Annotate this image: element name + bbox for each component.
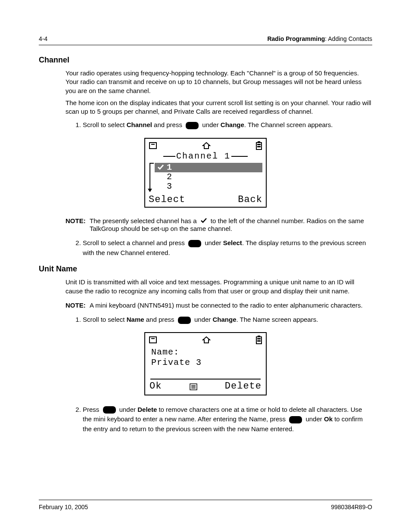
svg-rect-7 [149, 337, 156, 343]
header-section-rest: : Adding Contacts [325, 35, 372, 42]
channel-screen-title: Channel 1 [176, 152, 230, 161]
check-icon [157, 164, 164, 173]
svg-rect-6 [257, 146, 261, 147]
softkey-left: Select [149, 195, 185, 205]
channel-step2: Scroll to select a channel and press und… [83, 238, 372, 258]
channel-note: NOTE: The presently selected channel has… [65, 217, 372, 233]
note-label: NOTE: [65, 302, 90, 309]
header-section: Radio Programming: Adding Contacts [267, 35, 372, 42]
unitname-step1: Scroll to select Name and press under Ch… [83, 315, 372, 325]
page-header: 4-4 Radio Programming: Adding Contacts [39, 35, 372, 45]
svg-marker-2 [203, 143, 210, 149]
softkey-icon [289, 416, 302, 423]
softkey-icon [188, 240, 201, 247]
home-icon [202, 336, 211, 344]
list-item: 1 [155, 163, 262, 172]
softkey-left: Ok [149, 381, 162, 392]
name-screen-value: Private 3 [151, 358, 260, 367]
heading-unitname: Unit Name [39, 264, 372, 274]
list-item: 3 [155, 182, 262, 191]
menu-icon [190, 383, 197, 390]
softkey-icon [178, 317, 191, 324]
channel-para2: The home icon on the display indicates t… [65, 99, 372, 116]
page-footer: February 10, 2005 9980384R89-O [39, 500, 372, 510]
softkey-right: Back [238, 195, 262, 205]
channel-step1: Scroll to select Channel and press under… [83, 120, 372, 130]
svg-rect-12 [257, 338, 261, 339]
unitname-note: NOTE: A mini keyboard (NNTN5491) must be… [65, 302, 372, 309]
antenna-icon [149, 336, 157, 344]
channel-screen: Channel 1 1 2 3 Select Back [144, 138, 267, 208]
check-icon [200, 218, 207, 225]
unitname-step2: Press under Delete to remove characters … [83, 405, 372, 434]
footer-date: February 10, 2005 [39, 504, 88, 510]
list-item: 2 [155, 172, 262, 182]
divider [150, 379, 261, 380]
header-section-bold: Radio Programming [267, 35, 325, 42]
scroll-indicator-icon [149, 163, 154, 191]
softkey-icon [186, 122, 199, 129]
battery-icon [255, 336, 262, 344]
page-number: 4-4 [39, 35, 47, 42]
unitname-para1: Unit ID is transmitted with all voice an… [65, 278, 372, 296]
heading-channel: Channel [39, 56, 372, 65]
svg-rect-5 [257, 144, 261, 145]
svg-rect-13 [257, 340, 261, 342]
antenna-icon [149, 142, 157, 149]
footer-docnum: 9980384R89-O [331, 504, 372, 510]
battery-icon [255, 141, 262, 150]
home-icon [202, 142, 211, 149]
svg-marker-9 [203, 337, 210, 343]
name-screen: Name: Private 3 Ok Delete [144, 332, 267, 395]
svg-rect-0 [149, 143, 156, 149]
channel-para1: Your radio operates using frequency-hopp… [65, 69, 372, 95]
softkey-right: Delete [225, 381, 262, 392]
softkey-icon [103, 406, 116, 414]
note-label: NOTE: [65, 217, 90, 233]
name-screen-label: Name: [151, 348, 260, 357]
